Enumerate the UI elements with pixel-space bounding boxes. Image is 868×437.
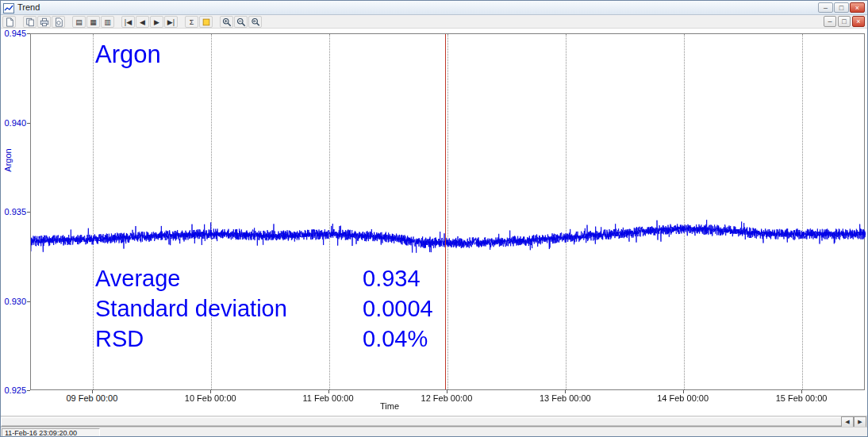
stat-label: Standard deviation xyxy=(95,296,287,322)
x-tick-mark xyxy=(683,390,684,393)
print-preview-button[interactable] xyxy=(52,16,65,28)
stat-row-standard-deviation: Standard deviation0.0004 xyxy=(31,296,864,326)
scroll-right-button[interactable]: ▶ xyxy=(854,416,866,427)
previous-record-button[interactable]: ◀ xyxy=(136,16,149,28)
y-tick-mark xyxy=(27,390,30,391)
scroll-left-button[interactable]: ◀ xyxy=(841,416,854,427)
zoom-out-button[interactable] xyxy=(234,16,248,28)
toolbar-buttons: ▤▦▥|◀◀▶▶|Σ xyxy=(2,16,269,28)
zoom-in-button[interactable] xyxy=(220,16,233,28)
y-axis-title: Argon xyxy=(3,144,13,176)
mdi-close-button[interactable]: × xyxy=(852,16,865,27)
stat-row-rsd: RSD0.04% xyxy=(31,326,864,356)
window-controls: – □ × xyxy=(818,2,865,13)
copy-button[interactable] xyxy=(23,16,36,28)
stat-value: 0.04% xyxy=(363,326,428,352)
last-record-button[interactable]: ▶| xyxy=(164,16,178,28)
y-tick-label: 0.945 xyxy=(1,29,26,38)
stat-row-average: Average0.934 xyxy=(31,266,864,296)
x-tick-label: 10 Feb 00:00 xyxy=(175,393,246,403)
x-tick-mark xyxy=(210,390,211,393)
status-timestamp: 11-Feb-16 23:09:20.00 xyxy=(2,428,100,437)
mdi-restore-button[interactable]: □ xyxy=(838,16,851,27)
maximize-button[interactable]: □ xyxy=(834,2,849,13)
scrollbar-thumb[interactable] xyxy=(1,417,843,427)
x-tick-mark xyxy=(565,390,566,393)
chart-client: Argon 0.9450.9400.9350.9300.925 Argon Av… xyxy=(1,29,867,416)
x-tick-mark xyxy=(801,390,802,393)
y-tick-label: 0.940 xyxy=(1,118,26,128)
zoom-previous-button[interactable] xyxy=(248,16,262,28)
stat-value: 0.0004 xyxy=(363,296,433,322)
statusbar: 11-Feb-16 23:09:20.00 xyxy=(1,427,867,437)
x-tick-label: 09 Feb 00:00 xyxy=(56,393,128,403)
x-tick-label: 12 Feb 00:00 xyxy=(411,393,482,403)
minimize-button[interactable]: – xyxy=(818,2,833,13)
x-tick-label: 11 Feb 00:00 xyxy=(293,393,364,403)
y-tick-label: 0.935 xyxy=(1,207,26,217)
x-tick-label: 14 Feb 00:00 xyxy=(647,393,719,403)
window-title: Trend xyxy=(17,2,40,12)
horizontal-scrollbar[interactable]: ◀ ▶ xyxy=(1,416,867,427)
x-tick-mark xyxy=(447,390,447,393)
first-record-button[interactable]: |◀ xyxy=(121,16,135,28)
x-tick-label: 15 Feb 00:00 xyxy=(766,393,837,403)
x-tick-label: 13 Feb 00:00 xyxy=(529,393,601,403)
stat-label: RSD xyxy=(95,326,144,352)
statistics-button[interactable]: Σ xyxy=(185,16,198,28)
trend-app-icon xyxy=(3,2,14,13)
report-view-button[interactable]: ▥ xyxy=(101,16,114,28)
y-tick-label: 0.930 xyxy=(1,297,26,306)
table-view-button[interactable]: ▤ xyxy=(72,16,86,28)
trend-window: Trend – □ × ▤▦▥|◀◀▶▶|Σ – □ × Argon 0.945… xyxy=(0,0,868,437)
mdi-window-controls: – □ × xyxy=(824,16,865,27)
stat-value: 0.934 xyxy=(363,266,421,292)
toolbar: ▤▦▥|◀◀▶▶|Σ – □ × xyxy=(1,15,867,29)
mdi-minimize-button[interactable]: – xyxy=(824,16,836,27)
titlebar[interactable]: Trend – □ × xyxy=(1,1,867,15)
stat-label: Average xyxy=(95,266,181,292)
next-record-button[interactable]: ▶ xyxy=(150,16,163,28)
plot-area[interactable]: Argon Average0.934Standard deviation0.00… xyxy=(30,33,865,390)
x-axis-title: Time xyxy=(380,401,399,411)
x-tick-mark xyxy=(328,390,329,393)
marker-button[interactable] xyxy=(199,16,213,28)
new-page-button[interactable] xyxy=(2,16,16,28)
print-button[interactable] xyxy=(37,16,51,28)
close-button[interactable]: × xyxy=(850,2,865,13)
chart-annotation-title: Argon xyxy=(95,40,161,69)
y-tick-label: 0.925 xyxy=(1,385,26,395)
x-tick-mark xyxy=(92,390,93,393)
grid-view-button[interactable]: ▦ xyxy=(86,16,100,28)
